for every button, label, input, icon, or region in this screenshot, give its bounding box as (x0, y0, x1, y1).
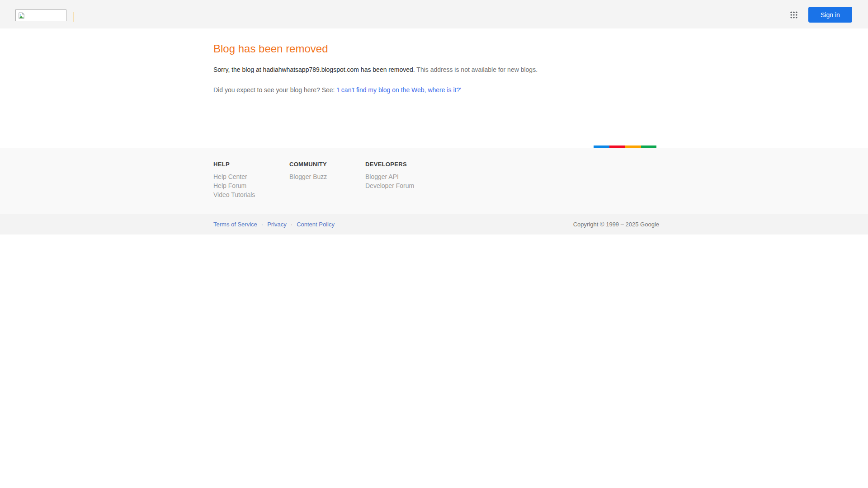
privacy-link[interactable]: Privacy (267, 221, 287, 228)
footer-heading-help: HELP (213, 161, 289, 168)
footer-link-help-center[interactable]: Help Center (213, 172, 289, 181)
separator-dot: · (291, 221, 292, 228)
legal-bar: Terms of Service · Privacy · Content Pol… (0, 214, 868, 235)
footer-heading-developers: DEVELOPERS (365, 161, 441, 168)
footer-column-developers: DEVELOPERS Blogger API Developer Forum (365, 161, 441, 199)
expect-blog-line: Did you expect to see your blog here? Se… (213, 86, 659, 94)
page-title: Blog has been removed (213, 42, 659, 55)
main-content: Blog has been removed Sorry, the blog at… (0, 28, 868, 148)
removal-message-primary: Sorry, the blog at hadiahwhatsapp789.blo… (213, 66, 415, 73)
sign-in-button[interactable]: Sign in (808, 7, 852, 23)
footer-column-help: HELP Help Center Help Forum Video Tutori… (213, 161, 289, 199)
terms-of-service-link[interactable]: Terms of Service (213, 221, 257, 228)
separator-dot: · (261, 221, 263, 228)
legal-links: Terms of Service · Privacy · Content Pol… (213, 221, 335, 228)
removal-message: Sorry, the blog at hadiahwhatsapp789.blo… (213, 66, 659, 74)
broken-image-icon (18, 12, 25, 19)
text-caret: | (73, 11, 74, 22)
footer-heading-community: COMMUNITY (289, 161, 365, 168)
google-apps-grid-icon[interactable] (788, 9, 800, 21)
footer-link-video-tutorials[interactable]: Video Tutorials (213, 190, 289, 199)
removal-message-secondary: This address is not available for new bl… (415, 66, 538, 73)
footer-link-help-forum[interactable]: Help Forum (213, 181, 289, 190)
top-navbar: | Sign in (0, 0, 868, 28)
footer-columns: HELP Help Center Help Forum Video Tutori… (213, 148, 659, 199)
footer: HELP Help Center Help Forum Video Tutori… (0, 148, 868, 214)
apps-grid-dots (789, 10, 798, 19)
footer-link-developer-forum[interactable]: Developer Forum (365, 181, 441, 190)
footer-link-blogger-api[interactable]: Blogger API (365, 172, 441, 181)
blogger-logo-broken-image[interactable] (15, 9, 66, 21)
expect-blog-prefix: Did you expect to see your blog here? Se… (213, 86, 336, 94)
content-policy-link[interactable]: Content Policy (297, 221, 335, 228)
copyright-text: Copyright © 1999 – 2025 Google (573, 221, 659, 228)
footer-link-blogger-buzz[interactable]: Blogger Buzz (289, 172, 365, 181)
footer-column-community: COMMUNITY Blogger Buzz (289, 161, 365, 199)
cant-find-blog-link[interactable]: 'I can't find my blog on the Web, where … (336, 86, 461, 94)
